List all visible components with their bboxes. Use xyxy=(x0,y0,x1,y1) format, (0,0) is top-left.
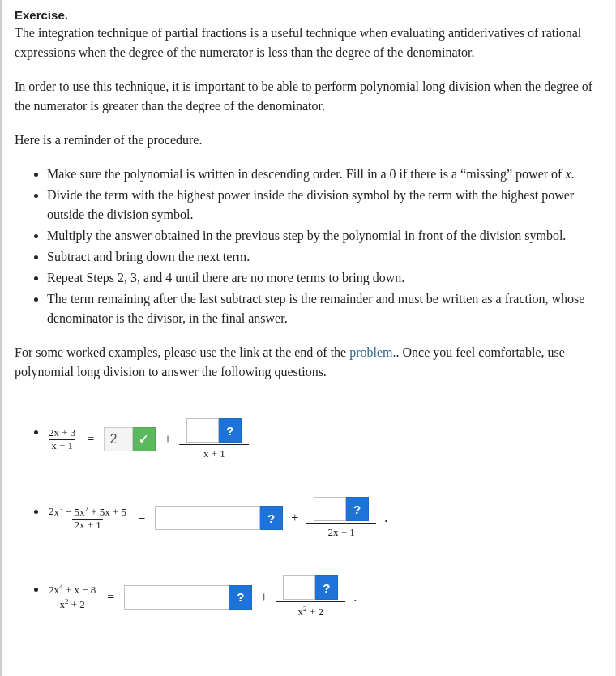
problem-3-expression: 2x4 + x − 8 x2 + 2 xyxy=(47,583,97,612)
outro-paragraph: For some worked examples, please use the… xyxy=(15,343,601,382)
problem-1-remainder-denominator: x + 1 xyxy=(203,447,225,460)
intro-paragraph-3: Here is a reminder of the procedure. xyxy=(15,130,601,150)
equals-sign: = xyxy=(87,432,94,447)
instruction-step-4: Subtract and bring down the next term. xyxy=(47,247,601,267)
problem-1-remainder-input[interactable] xyxy=(186,418,219,443)
problem-1-quotient-answer: 2 ✓ xyxy=(104,427,156,451)
instruction-step-2: Divide the term with the highest power i… xyxy=(47,186,601,225)
hint-icon[interactable]: ? xyxy=(260,506,283,530)
exercise-label: Exercise. xyxy=(15,8,601,22)
problem-1-expression: 2x + 3 x + 1 xyxy=(47,427,77,452)
problem-2-quotient-input[interactable] xyxy=(155,506,260,530)
problem-2-remainder-fraction: ? 2x + 1 xyxy=(306,497,376,539)
intro-paragraph-2: In order to use this technique, it is im… xyxy=(15,77,601,116)
problem-2-expression: 2x3 − 5x2 + 5x + 5 2x + 1 xyxy=(47,504,128,531)
variable-x: x xyxy=(565,167,571,181)
exercise-page: Exercise. The integration technique of p… xyxy=(0,0,616,676)
problem-3-remainder-denominator: x2 + 2 xyxy=(298,605,323,618)
instruction-step-3: Multiply the answer obtained in the prev… xyxy=(47,226,601,246)
problem-1: 2x + 3 x + 1 = 2 ✓ + ? x + 1 xyxy=(47,418,601,460)
instruction-list: Make sure the polynomial is written in d… xyxy=(15,165,601,328)
hint-icon[interactable]: ? xyxy=(229,585,252,610)
hint-icon[interactable]: ? xyxy=(219,418,242,443)
problem-2-remainder-input[interactable] xyxy=(314,497,346,521)
problem-2-remainder-denominator: 2x + 1 xyxy=(328,526,355,538)
problem-1-remainder-fraction: ? x + 1 xyxy=(179,418,249,460)
problem-list: 2x + 3 x + 1 = 2 ✓ + ? x + 1 xyxy=(15,418,601,618)
plus-sign: + xyxy=(164,432,171,447)
instruction-step-6: The term remaining after the last subtra… xyxy=(47,289,601,328)
problem-3-quotient-input[interactable] xyxy=(124,585,229,610)
intro-paragraph-1: The integration technique of partial fra… xyxy=(15,24,601,62)
hint-icon[interactable]: ? xyxy=(346,497,369,521)
problem-link[interactable]: problem. xyxy=(349,345,396,359)
problem-3: 2x4 + x − 8 x2 + 2 = ? + ? x2 + 2 . xyxy=(47,575,601,618)
hint-icon[interactable]: ? xyxy=(315,575,338,600)
problem-1-quotient-input[interactable]: 2 xyxy=(104,427,133,451)
problem-3-remainder-fraction: ? x2 + 2 xyxy=(276,575,345,618)
equals-sign: = xyxy=(138,511,145,525)
problem-2-quotient-answer: ? xyxy=(155,506,283,530)
instruction-step-1: Make sure the polynomial is written in d… xyxy=(47,165,601,184)
equals-sign: = xyxy=(107,590,114,605)
plus-sign: + xyxy=(291,511,298,525)
problem-3-quotient-answer: ? xyxy=(124,585,252,610)
problem-3-remainder-input[interactable] xyxy=(283,575,315,600)
instruction-step-5: Repeat Steps 2, 3, and 4 until there are… xyxy=(47,268,601,288)
check-icon[interactable]: ✓ xyxy=(133,427,156,451)
plus-sign: + xyxy=(260,590,267,605)
period: . xyxy=(353,590,357,605)
period: . xyxy=(384,511,387,525)
problem-2: 2x3 − 5x2 + 5x + 5 2x + 1 = ? + ? 2x + 1… xyxy=(47,497,601,539)
